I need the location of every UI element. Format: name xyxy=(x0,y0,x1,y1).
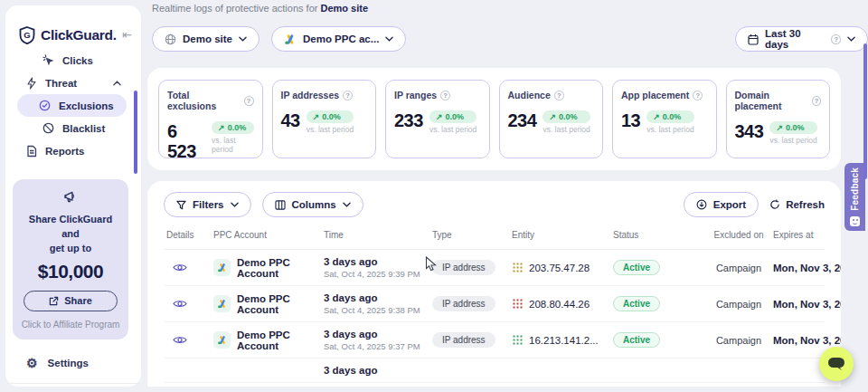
lightning-icon xyxy=(26,77,37,90)
subtitle-site-name: Demo site xyxy=(320,3,368,14)
chat-launcher-button[interactable] xyxy=(819,347,854,381)
help-icon[interactable]: ? xyxy=(812,96,821,106)
trend-up-icon: ↗ xyxy=(653,112,660,121)
details-eye-icon[interactable] xyxy=(173,263,208,272)
details-eye-icon[interactable] xyxy=(173,299,208,309)
svg-text:G: G xyxy=(24,30,30,40)
details-eye-icon[interactable] xyxy=(173,335,208,345)
stat-note: vs. last period xyxy=(212,136,253,154)
col-details[interactable]: Details xyxy=(164,226,211,250)
delta-badge: ↗0.0% xyxy=(212,121,253,134)
google-ads-icon xyxy=(213,259,231,276)
ppc-account-filter-dropdown[interactable]: Demo PPC ac... xyxy=(271,26,406,52)
table-toolbar: Filters Columns Export xyxy=(147,181,841,226)
help-icon[interactable]: ? xyxy=(693,91,703,100)
chat-bubble-icon xyxy=(827,357,845,371)
feedback-label: Feedback xyxy=(850,167,860,211)
columns-icon xyxy=(275,200,286,210)
col-type[interactable]: Type xyxy=(429,226,509,250)
stat-label: Audience xyxy=(508,90,551,100)
time-absolute: Sat, Oct 4, 2025 9:37 PM xyxy=(324,341,427,351)
trend-up-icon: ↗ xyxy=(436,112,443,121)
ppc-account-name: Demo PPC Account xyxy=(237,330,318,351)
clickguard-shield-logo-icon: G xyxy=(19,26,35,44)
time-relative: 3 days ago xyxy=(324,256,427,267)
logo-text: ClickGuard. xyxy=(41,27,117,43)
sidebar-item-exclusions[interactable]: Exclusions xyxy=(17,94,127,117)
type-badge: IP address xyxy=(432,260,495,275)
table-row[interactable]: Demo PPC Account 3 days ago Sat, Oct 4, … xyxy=(164,286,825,322)
sidebar-item-clicks[interactable]: Clicks xyxy=(5,49,141,72)
smiley-icon xyxy=(850,216,860,226)
time-absolute: Sat, Oct 4, 2025 9:38 PM xyxy=(324,305,427,315)
share-button[interactable]: Share xyxy=(24,291,118,311)
columns-dropdown[interactable]: Columns xyxy=(262,192,363,217)
stat-value: 343 xyxy=(735,121,764,141)
sidebar-collapse-icon[interactable]: ⇤ xyxy=(122,28,132,42)
document-icon xyxy=(26,145,37,158)
status-badge: Active xyxy=(613,332,660,348)
sidebar-item-label: Reports xyxy=(45,146,84,157)
chevron-down-icon xyxy=(231,202,239,207)
table-header-row: Details PPC Account Time Type Entity Sta… xyxy=(164,226,825,250)
col-ppc-account[interactable]: PPC Account xyxy=(211,226,321,250)
help-icon[interactable]: ? xyxy=(554,91,564,100)
sidebar-item-blacklist[interactable]: Blacklist xyxy=(5,117,141,139)
help-icon[interactable]: ? xyxy=(343,91,353,100)
table-row[interactable]: Demo PPC Account 3 days ago Sat, Oct 4, … xyxy=(164,250,825,286)
feedback-tab[interactable]: Feedback xyxy=(844,163,865,231)
trend-up-icon: ↗ xyxy=(776,123,783,132)
ban-icon xyxy=(42,122,54,134)
stat-ip-ranges: IP ranges? 233 ↗0.0% vs. last period xyxy=(385,80,490,158)
exclusions-table-card: Filters Columns Export xyxy=(147,181,841,387)
sidebar-item-reports[interactable]: Reports xyxy=(5,139,141,162)
help-icon[interactable]: ? xyxy=(440,91,450,100)
logo: G ClickGuard. ⇤ xyxy=(5,5,141,49)
megaphone-icon xyxy=(63,190,79,204)
sidebar-scrollbar[interactable] xyxy=(134,91,137,174)
sidebar-item-settings[interactable]: ⚙ Settings xyxy=(5,351,141,375)
date-range-dropdown[interactable]: Last 30 days ? xyxy=(735,26,868,52)
time-relative: 3 days ago xyxy=(324,365,427,376)
export-button[interactable]: Export xyxy=(684,192,759,217)
stat-value: 13 xyxy=(621,110,640,130)
stat-audience: Audience? 234 ↗0.0% vs. last period xyxy=(499,80,604,158)
entity-value: 203.75.47.28 xyxy=(529,263,590,273)
table-row[interactable]: Demo PPC Account 3 days ago Sat, Oct 4, … xyxy=(164,322,825,359)
refresh-button[interactable]: Refresh xyxy=(769,199,825,210)
col-status[interactable]: Status xyxy=(610,226,707,250)
affiliate-promo-card[interactable]: Share ClickGuard and get up to $10,000 S… xyxy=(13,179,128,339)
stat-value: 6 523 xyxy=(167,121,205,161)
filters-dropdown[interactable]: Filters xyxy=(164,192,251,217)
sidebar-item-threat[interactable]: Threat xyxy=(5,72,141,94)
sidebar-item-label: Blacklist xyxy=(62,123,105,134)
site-filter-dropdown[interactable]: Demo site xyxy=(152,26,259,52)
google-ads-icon xyxy=(213,331,231,349)
chevron-down-icon xyxy=(239,36,247,42)
help-icon: ? xyxy=(831,34,841,44)
exclusions-table: Details PPC Account Time Type Entity Sta… xyxy=(164,226,825,383)
stat-note: vs. last period xyxy=(646,125,693,134)
col-entity[interactable]: Entity xyxy=(509,226,610,250)
col-time[interactable]: Time xyxy=(321,226,429,250)
col-expires-at[interactable]: Expires at xyxy=(770,226,825,250)
account-switcher[interactable]: NA gmail.com naatali.ro@gmail.com xyxy=(5,384,141,392)
col-excluded-on[interactable]: Excluded on xyxy=(707,226,770,250)
check-circle-icon xyxy=(39,100,51,111)
country-flag-icon xyxy=(512,262,524,273)
delta-badge: ↗0.0% xyxy=(307,110,354,123)
page-scrollbar[interactable] xyxy=(863,43,867,179)
trend-up-icon: ↗ xyxy=(549,112,556,121)
excluded-on-value: Campaign xyxy=(707,322,770,359)
external-link-icon xyxy=(49,296,59,306)
promo-amount: $10,000 xyxy=(20,261,121,282)
excluded-on-value: Campaign xyxy=(707,250,770,286)
export-download-icon xyxy=(696,199,707,210)
table-row-partial[interactable]: 3 days ago xyxy=(164,359,825,383)
help-icon[interactable]: ? xyxy=(244,96,254,106)
stat-note: vs. last period xyxy=(307,125,354,134)
stat-label: Total exclusions xyxy=(167,90,241,111)
delta-badge: ↗0.0% xyxy=(429,110,476,123)
gear-icon: ⚙ xyxy=(26,356,38,370)
stat-value: 233 xyxy=(394,110,423,130)
